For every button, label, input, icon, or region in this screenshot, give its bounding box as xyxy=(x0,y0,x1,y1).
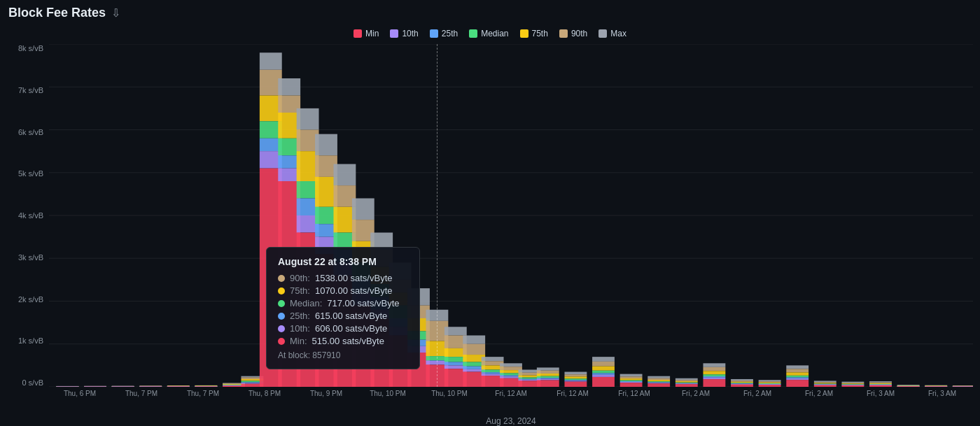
svg-rect-192 xyxy=(620,376,643,378)
legend-item-min: Min xyxy=(354,29,379,38)
y-axis-label: 5k s/vB xyxy=(7,169,49,178)
svg-rect-176 xyxy=(537,381,559,387)
svg-rect-204 xyxy=(648,383,670,387)
svg-rect-100 xyxy=(352,199,374,220)
legend-item-75th: 75th xyxy=(520,29,548,38)
chart-plot: August 22 at 8:38 PM 90th:1538.00 sats/v… xyxy=(49,44,973,387)
svg-rect-229 xyxy=(759,383,781,384)
svg-rect-114 xyxy=(389,262,412,280)
svg-rect-50 xyxy=(195,386,217,387)
svg-rect-212 xyxy=(703,363,725,367)
chart-svg xyxy=(49,44,973,387)
svg-rect-208 xyxy=(676,383,698,383)
y-axis-label: 7k s/vB xyxy=(7,86,49,94)
svg-rect-267 xyxy=(897,386,920,387)
legend-item-90th: 90th xyxy=(559,29,587,38)
svg-rect-182 xyxy=(564,381,587,381)
svg-rect-188 xyxy=(592,373,615,374)
svg-rect-43 xyxy=(167,386,190,387)
x-axis-label: Thu, 7 PM xyxy=(111,390,172,397)
y-axis-label: 2k s/vB xyxy=(7,295,49,304)
svg-rect-157 xyxy=(500,367,522,370)
svg-rect-181 xyxy=(564,380,587,381)
svg-rect-225 xyxy=(731,385,753,387)
svg-rect-249 xyxy=(841,383,864,384)
svg-rect-218 xyxy=(703,379,725,387)
legend-item-10th: 10th xyxy=(390,29,418,38)
svg-rect-191 xyxy=(620,374,643,377)
svg-rect-214 xyxy=(703,371,725,374)
x-axis-label: Thu, 10 PM xyxy=(357,390,419,397)
svg-rect-239 xyxy=(786,380,808,387)
x-axis-label: Fri, 12 AM xyxy=(603,390,665,397)
y-axis-label: 3k s/vB xyxy=(7,253,49,262)
legend-item-max: Max xyxy=(598,29,626,38)
legend-label: 25th xyxy=(442,29,458,38)
svg-rect-174 xyxy=(537,378,559,379)
svg-rect-206 xyxy=(676,380,698,381)
svg-rect-178 xyxy=(564,374,587,376)
legend-color xyxy=(354,29,362,38)
svg-rect-254 xyxy=(869,381,892,383)
svg-rect-79 xyxy=(297,108,319,130)
legend-label: 75th xyxy=(532,29,548,38)
svg-rect-281 xyxy=(953,386,973,387)
x-axis-label: Thu, 6 PM xyxy=(49,390,111,397)
svg-rect-170 xyxy=(537,367,559,370)
svg-rect-187 xyxy=(592,371,615,374)
svg-rect-143 xyxy=(463,344,485,355)
svg-rect-215 xyxy=(703,374,725,376)
x-axis-label: Fri, 3 AM xyxy=(911,390,973,397)
svg-rect-173 xyxy=(537,376,559,378)
svg-rect-121 xyxy=(407,288,430,306)
svg-rect-201 xyxy=(648,381,670,382)
svg-rect-228 xyxy=(759,383,781,383)
svg-rect-253 xyxy=(841,385,864,387)
svg-rect-221 xyxy=(731,382,753,383)
svg-rect-240 xyxy=(814,381,836,382)
x-axis-label: Fri, 3 AM xyxy=(850,390,911,397)
svg-rect-274 xyxy=(925,386,947,387)
svg-rect-227 xyxy=(759,381,781,383)
svg-rect-216 xyxy=(703,376,725,378)
x-axis-label: Thu, 10 PM xyxy=(419,390,480,397)
svg-rect-238 xyxy=(786,378,808,380)
svg-rect-233 xyxy=(786,365,808,369)
x-axis: Thu, 6 PMThu, 7 PMThu, 7 PMThu, 8 PMThu,… xyxy=(49,387,973,415)
svg-rect-205 xyxy=(676,378,698,380)
svg-rect-197 xyxy=(620,383,643,387)
svg-rect-184 xyxy=(592,357,615,362)
x-axis-label: Fri, 12 AM xyxy=(480,390,542,397)
legend-label: 10th xyxy=(402,29,418,38)
svg-rect-207 xyxy=(676,381,698,383)
svg-rect-65 xyxy=(260,52,282,70)
svg-rect-260 xyxy=(869,385,892,387)
x-axis-label: Thu, 9 PM xyxy=(295,390,357,397)
svg-rect-180 xyxy=(564,378,587,380)
svg-rect-128 xyxy=(426,310,448,321)
svg-rect-246 xyxy=(814,385,836,387)
svg-rect-93 xyxy=(333,164,356,186)
svg-rect-186 xyxy=(592,367,615,371)
svg-rect-177 xyxy=(564,372,587,375)
svg-rect-190 xyxy=(592,377,615,387)
svg-rect-203 xyxy=(648,383,670,383)
svg-rect-220 xyxy=(731,381,753,382)
svg-rect-72 xyxy=(278,78,300,96)
legend-item-25th: 25th xyxy=(430,29,458,38)
svg-rect-189 xyxy=(592,375,615,377)
legend: Min10th25thMedian75th90thMax xyxy=(0,26,980,44)
download-icon[interactable]: ⇩ xyxy=(111,6,120,20)
svg-rect-236 xyxy=(786,376,808,378)
y-axis-label: 8k s/vB xyxy=(7,44,49,52)
legend-color xyxy=(598,29,607,38)
svg-rect-256 xyxy=(869,383,892,384)
svg-rect-211 xyxy=(676,384,698,387)
y-axis-label: 4k s/vB xyxy=(7,211,49,220)
svg-rect-255 xyxy=(869,383,892,383)
svg-rect-195 xyxy=(620,381,643,382)
svg-rect-219 xyxy=(731,379,753,381)
legend-color xyxy=(390,29,398,38)
x-date: Aug 23, 2024 xyxy=(49,415,973,426)
page-title: Block Fee Rates xyxy=(8,6,106,20)
